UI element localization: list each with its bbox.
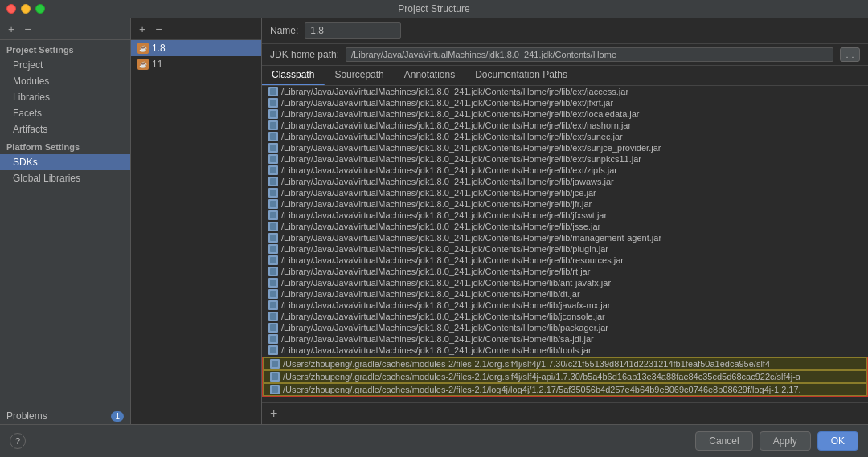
sdk-icon-1.8: ☕: [137, 43, 149, 54]
sidebar-item-problems[interactable]: Problems 1: [0, 408, 130, 424]
classpath-item[interactable]: /Library/Java/JavaVirtualMachines/jdk1.8…: [262, 311, 868, 322]
sidebar-item-libraries-label: Libraries: [13, 92, 50, 103]
help-button[interactable]: ?: [10, 433, 26, 449]
sdk-entry-11[interactable]: ☕ 11: [131, 56, 261, 72]
classpath-item[interactable]: /Library/Java/JavaVirtualMachines/jdk1.8…: [262, 232, 868, 243]
sdk-remove-button[interactable]: −: [152, 21, 165, 37]
classpath-item[interactable]: /Library/Java/JavaVirtualMachines/jdk1.8…: [262, 345, 868, 356]
sidebar-item-libraries[interactable]: Libraries: [0, 89, 130, 105]
classpath-item-path: /Library/Java/JavaVirtualMachines/jdk1.8…: [281, 87, 628, 96]
classpath-item-path: /Library/Java/JavaVirtualMachines/jdk1.8…: [281, 334, 594, 344]
sidebar-item-artifacts[interactable]: Artifacts: [0, 121, 130, 137]
classpath-item[interactable]: /Library/Java/JavaVirtualMachines/jdk1.8…: [262, 86, 868, 97]
tab-sourcepath[interactable]: Sourcepath: [325, 66, 394, 85]
classpath-item-path: /Library/Java/JavaVirtualMachines/jdk1.8…: [281, 177, 614, 186]
classpath-item[interactable]: /Library/Java/JavaVirtualMachines/jdk1.8…: [262, 165, 868, 176]
classpath-item-highlighted[interactable]: /Users/zhoupeng/.gradle/caches/modules-2…: [263, 370, 867, 383]
cancel-button[interactable]: Cancel: [695, 431, 752, 451]
jar-icon: [268, 177, 278, 186]
jar-icon: [268, 233, 278, 243]
project-settings-label: Project Settings: [0, 40, 130, 57]
jdk-home-path-input[interactable]: [346, 47, 833, 62]
jar-icon: [270, 372, 280, 382]
content-area: Name: JDK home path: … Classpath Sourcep…: [262, 18, 868, 424]
classpath-item-path: /Library/Java/JavaVirtualMachines/jdk1.8…: [281, 289, 580, 299]
classpath-item-path: /Library/Java/JavaVirtualMachines/jdk1.8…: [281, 300, 610, 310]
classpath-item-path: /Library/Java/JavaVirtualMachines/jdk1.8…: [281, 345, 592, 355]
classpath-item[interactable]: /Library/Java/JavaVirtualMachines/jdk1.8…: [262, 277, 868, 288]
classpath-item-path: /Users/zhoupeng/.gradle/caches/modules-2…: [283, 385, 801, 394]
classpath-item[interactable]: /Library/Java/JavaVirtualMachines/jdk1.8…: [262, 108, 868, 120]
sidebar-item-modules[interactable]: Modules: [0, 73, 130, 89]
classpath-item[interactable]: /Library/Java/JavaVirtualMachines/jdk1.8…: [262, 266, 868, 277]
classpath-item-path: /Library/Java/JavaVirtualMachines/jdk1.8…: [281, 154, 641, 164]
sidebar-item-global-libraries[interactable]: Global Libraries: [0, 170, 130, 186]
jar-icon: [268, 289, 278, 299]
classpath-item[interactable]: /Library/Java/JavaVirtualMachines/jdk1.8…: [262, 187, 868, 198]
jar-icon: [268, 323, 278, 333]
path-browse-button[interactable]: …: [840, 47, 860, 62]
maximize-window-button[interactable]: [35, 4, 45, 14]
sidebar-remove-button[interactable]: −: [21, 21, 34, 37]
classpath-item-path: /Library/Java/JavaVirtualMachines/jdk1.8…: [281, 267, 590, 276]
classpath-item-path: /Library/Java/JavaVirtualMachines/jdk1.8…: [281, 255, 624, 265]
sidebar-item-modules-label: Modules: [13, 75, 49, 87]
classpath-item[interactable]: /Library/Java/JavaVirtualMachines/jdk1.8…: [262, 322, 868, 333]
highlighted-classpath-group: /Users/zhoupeng/.gradle/caches/modules-2…: [262, 357, 868, 397]
jar-icon: [268, 120, 278, 130]
sidebar: + − Project Settings Project Modules Lib…: [0, 18, 131, 424]
tab-annotations[interactable]: Annotations: [395, 66, 465, 85]
classpath-add-button[interactable]: +: [267, 406, 280, 421]
classpath-item-path: /Library/Java/JavaVirtualMachines/jdk1.8…: [281, 199, 592, 209]
apply-button[interactable]: Apply: [760, 431, 811, 451]
tab-classpath[interactable]: Classpath: [262, 66, 325, 85]
classpath-item[interactable]: /Library/Java/JavaVirtualMachines/jdk1.8…: [262, 300, 868, 311]
classpath-list[interactable]: /Library/Java/JavaVirtualMachines/jdk1.8…: [262, 86, 868, 402]
ok-button[interactable]: OK: [817, 431, 858, 451]
window-controls: [6, 4, 45, 14]
title-bar: Project Structure: [0, 0, 868, 18]
sidebar-item-project[interactable]: Project: [0, 57, 130, 73]
sdk-add-button[interactable]: +: [136, 21, 149, 37]
classpath-item-path: /Library/Java/JavaVirtualMachines/jdk1.8…: [281, 143, 661, 153]
sidebar-add-button[interactable]: +: [5, 21, 18, 37]
sidebar-item-artifacts-label: Artifacts: [13, 124, 47, 135]
classpath-item[interactable]: /Library/Java/JavaVirtualMachines/jdk1.8…: [262, 288, 868, 300]
tab-documentation-paths[interactable]: Documentation Paths: [465, 66, 578, 85]
sidebar-item-sdks[interactable]: SDKs: [0, 154, 130, 170]
name-input[interactable]: [305, 22, 401, 39]
jar-icon: [268, 98, 278, 108]
classpath-item[interactable]: /Library/Java/JavaVirtualMachines/jdk1.8…: [262, 176, 868, 187]
classpath-item-path: /Library/Java/JavaVirtualMachines/jdk1.8…: [281, 278, 611, 288]
classpath-item-path: /Library/Java/JavaVirtualMachines/jdk1.8…: [281, 210, 607, 220]
classpath-item[interactable]: /Library/Java/JavaVirtualMachines/jdk1.8…: [262, 153, 868, 165]
classpath-item[interactable]: /Library/Java/JavaVirtualMachines/jdk1.8…: [262, 255, 868, 266]
jar-icon: [268, 300, 278, 310]
classpath-item[interactable]: /Library/Java/JavaVirtualMachines/jdk1.8…: [262, 210, 868, 221]
classpath-item-path: /Library/Java/JavaVirtualMachines/jdk1.8…: [281, 233, 661, 243]
sdk-entry-1.8[interactable]: ☕ 1.8: [131, 40, 261, 56]
classpath-item[interactable]: /Library/Java/JavaVirtualMachines/jdk1.8…: [262, 142, 868, 153]
classpath-item-highlighted[interactable]: /Users/zhoupeng/.gradle/caches/modules-2…: [263, 357, 867, 370]
classpath-item-path: /Library/Java/JavaVirtualMachines/jdk1.8…: [281, 98, 613, 108]
sdk-label-11: 11: [152, 59, 162, 70]
jar-icon: [268, 165, 278, 175]
classpath-item-path: /Library/Java/JavaVirtualMachines/jdk1.8…: [281, 120, 631, 130]
jar-icon: [270, 359, 280, 369]
classpath-item-highlighted[interactable]: /Users/zhoupeng/.gradle/caches/modules-2…: [263, 383, 867, 396]
classpath-item[interactable]: /Library/Java/JavaVirtualMachines/jdk1.8…: [262, 120, 868, 131]
classpath-item[interactable]: /Library/Java/JavaVirtualMachines/jdk1.8…: [262, 97, 868, 108]
close-window-button[interactable]: [6, 4, 16, 14]
classpath-item[interactable]: /Library/Java/JavaVirtualMachines/jdk1.8…: [262, 333, 868, 345]
classpath-item-path: /Library/Java/JavaVirtualMachines/jdk1.8…: [281, 109, 640, 119]
sdk-label-1.8: 1.8: [152, 43, 166, 54]
classpath-item[interactable]: /Library/Java/JavaVirtualMachines/jdk1.8…: [262, 221, 868, 232]
classpath-item-path: /Library/Java/JavaVirtualMachines/jdk1.8…: [281, 312, 605, 321]
classpath-item[interactable]: /Library/Java/JavaVirtualMachines/jdk1.8…: [262, 131, 868, 142]
jar-icon: [270, 385, 280, 394]
classpath-item[interactable]: /Library/Java/JavaVirtualMachines/jdk1.8…: [262, 243, 868, 255]
sidebar-item-facets[interactable]: Facets: [0, 105, 130, 121]
classpath-item[interactable]: /Library/Java/JavaVirtualMachines/jdk1.8…: [262, 198, 868, 210]
minimize-window-button[interactable]: [21, 4, 31, 14]
classpath-item-path: /Users/zhoupeng/.gradle/caches/modules-2…: [283, 359, 770, 369]
